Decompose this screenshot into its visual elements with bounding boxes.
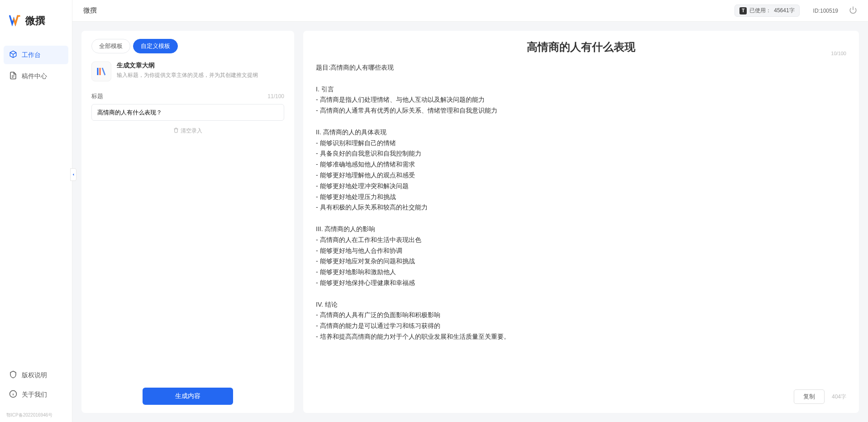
clear-input-link[interactable]: 清空录入 (91, 127, 284, 135)
document-body[interactable]: 题目:高情商的人有哪些表现 I. 引言 - 高情商是指人们处理情绪、与他人互动以… (316, 62, 846, 384)
nav-item-workspace[interactable]: 工作台 (4, 46, 68, 64)
svg-rect-0 (19, 15, 20, 17)
usage-badge[interactable]: T 已使用： 45641字 (734, 5, 799, 17)
logo-icon (9, 14, 22, 28)
template-desc: 输入标题，为你提供文章主体的灵感，并为其创建推文提纲 (117, 71, 284, 79)
topbar-title: 微撰 (83, 6, 97, 15)
tab-custom-templates[interactable]: 自定义模板 (133, 39, 178, 53)
nav-item-copyright[interactable]: 版权说明 (4, 366, 68, 384)
nav-label: 稿件中心 (22, 72, 47, 81)
nav-item-drafts[interactable]: 稿件中心 (4, 67, 68, 85)
sidebar: 微撰 工作台 稿件中心 版权说明 关于我们 鄂ICP备2022016946号 (0, 0, 72, 422)
trash-icon (173, 128, 179, 134)
power-icon[interactable] (849, 6, 857, 15)
nav-label: 工作台 (22, 51, 41, 59)
nav-label: 关于我们 (22, 391, 47, 399)
nav-item-about[interactable]: 关于我们 (4, 385, 68, 404)
template-icon (91, 62, 111, 81)
nav-bottom: 版权说明 关于我们 (0, 366, 72, 412)
text-icon: T (739, 7, 747, 14)
generate-button[interactable]: 生成内容 (143, 388, 233, 405)
nav-label: 版权说明 (22, 371, 47, 379)
field-label-title: 标题 (91, 92, 103, 100)
cube-icon (9, 50, 17, 60)
document-icon (9, 71, 17, 81)
title-input[interactable] (91, 104, 284, 121)
template-card: 生成文章大纲 输入标题，为你提供文章主体的灵感，并为其创建推文提纲 (91, 62, 284, 81)
input-panel: 全部模板 自定义模板 生成文章大纲 输入标题，为你提供文章主体的灵感，并为其创建… (81, 31, 294, 413)
copy-button[interactable]: 复制 (794, 389, 825, 404)
output-panel: 高情商的人有什么表现 10/100 题目:高情商的人有哪些表现 I. 引言 - … (303, 31, 859, 413)
logo: 微撰 (0, 0, 72, 46)
icp-footer: 鄂ICP备2022016946号 (0, 412, 72, 422)
user-id: ID:100519 (813, 8, 838, 14)
chevron-left-icon (71, 171, 76, 178)
document-title-count: 10/100 (831, 51, 846, 56)
topbar: 微撰 T 已使用： 45641字 ID:100519 (72, 0, 868, 22)
sidebar-collapse-handle[interactable] (70, 168, 76, 181)
shield-icon (9, 370, 17, 380)
usage-value: 45641字 (774, 7, 794, 14)
document-title[interactable]: 高情商的人有什么表现 (316, 40, 846, 54)
info-icon (9, 390, 17, 399)
word-count: 404字 (832, 393, 846, 401)
field-char-count: 11/100 (267, 93, 284, 100)
template-tabs: 全部模板 自定义模板 (91, 39, 284, 53)
usage-label: 已使用： (749, 7, 771, 14)
tab-all-templates[interactable]: 全部模板 (91, 39, 130, 53)
logo-text: 微撰 (25, 14, 45, 28)
nav-main: 工作台 稿件中心 (0, 46, 72, 366)
template-title: 生成文章大纲 (117, 62, 284, 70)
